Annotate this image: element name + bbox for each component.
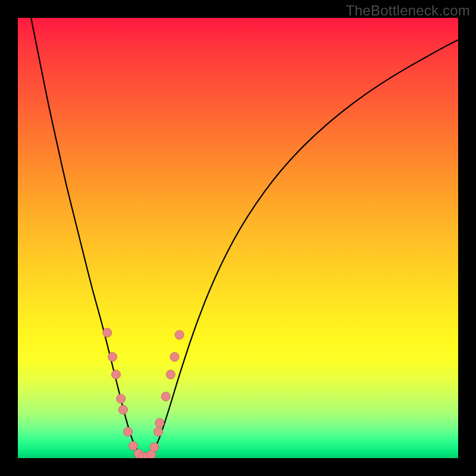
plot-area [18,18,458,458]
chart-frame: TheBottleneck.com [0,0,476,476]
sample-point-marker [103,328,112,337]
sample-point-marker [155,418,164,427]
sample-point-marker [124,427,133,436]
sample-point-marker [175,330,184,339]
sample-point-marker [170,352,179,361]
chart-svg [18,18,458,458]
sample-point-marker [154,427,163,436]
sample-point-marker [161,392,170,401]
sample-points-group [103,328,184,458]
sample-point-marker [166,370,175,379]
watermark-text: TheBottleneck.com [346,2,470,19]
curve-left-branch [31,18,145,458]
sample-point-marker [150,443,159,452]
sample-point-marker [129,441,137,450]
sample-point-marker [118,405,127,414]
sample-point-marker [112,370,121,379]
sample-point-marker [108,352,117,361]
curve-right-branch [146,40,458,458]
sample-point-marker [117,394,126,403]
